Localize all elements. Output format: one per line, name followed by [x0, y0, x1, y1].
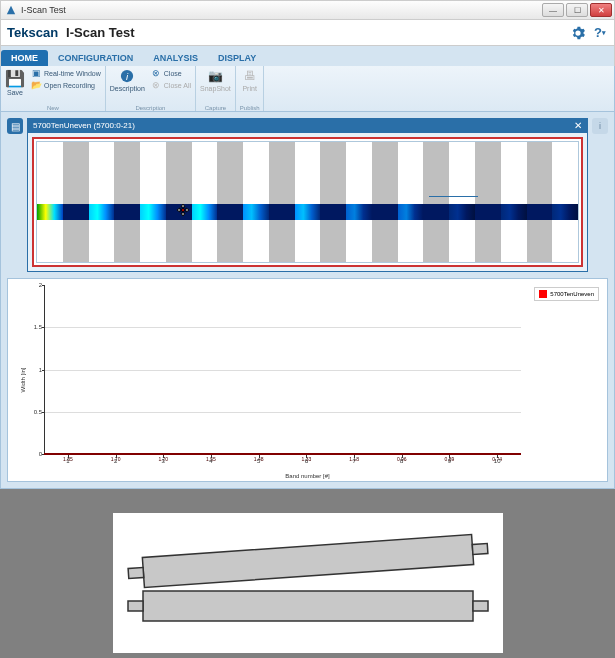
app-title: I-Scan Test — [66, 25, 564, 40]
chart-bar-slot: 1.703 — [139, 453, 187, 455]
pressure-band-segment — [89, 204, 115, 220]
pressure-band-segment — [475, 204, 501, 220]
window-maximize-button[interactable]: ☐ — [566, 3, 588, 17]
close-button[interactable]: ⊗ Close — [151, 68, 191, 78]
move-cursor-icon — [177, 202, 189, 214]
close-all-button[interactable]: ⊗ Close All — [151, 80, 191, 90]
svg-marker-5 — [177, 208, 180, 212]
settings-icon[interactable] — [570, 25, 586, 41]
chart-legend[interactable]: 5700TenUneven — [534, 287, 599, 301]
panel-close-icon[interactable]: ✕ — [574, 120, 582, 131]
chart-bar-slot: 1.554 — [187, 453, 235, 455]
ribbon-tabs: HOME CONFIGURATION ANALYSIS DISPLAY — [0, 46, 615, 66]
tab-display[interactable]: DISPLAY — [208, 50, 266, 66]
pressure-band-segment — [372, 204, 398, 220]
svg-rect-10 — [472, 543, 488, 554]
info-icon: i — [119, 68, 135, 84]
svg-marker-4 — [181, 213, 185, 216]
save-icon: 💾 — [5, 68, 25, 88]
chart-xtick: 10 — [494, 455, 501, 464]
chart-container: 5700TenUneven Width [in] 00.511.52 1.851… — [7, 278, 608, 482]
ribbon-group-publish: 🖶 Print Publish — [236, 66, 265, 111]
sidebar-toggle-left[interactable]: ▤ — [7, 118, 23, 134]
tab-home[interactable]: HOME — [1, 50, 48, 66]
pressure-map[interactable] — [32, 137, 583, 267]
pressure-column — [372, 142, 398, 262]
pressure-column — [89, 142, 115, 262]
legend-label: 5700TenUneven — [550, 291, 594, 297]
chart-bar-slot: 1.702 — [92, 453, 140, 455]
app-header: Tekscan I-Scan Test ?▾ — [0, 20, 615, 46]
chart-bar-slot: 1.851 — [44, 453, 92, 455]
pressure-column — [346, 142, 372, 262]
chart-bar-slot: 1.336 — [283, 453, 331, 455]
ribbon: 💾 Save ▣ Real-time Window 📂 Open Recordi… — [0, 66, 615, 112]
illustration-area — [0, 489, 615, 658]
snapshot-button[interactable]: 📷 SnapShot — [200, 68, 231, 92]
close-circle-icon: ⊗ — [151, 68, 161, 78]
close-all-icon: ⊗ — [151, 80, 161, 90]
realtime-window-button[interactable]: ▣ Real-time Window — [31, 68, 101, 78]
window-titlebar: I-Scan Test — ☐ ✕ — [0, 0, 615, 20]
chart-xtick: 1 — [66, 455, 69, 464]
pressure-column — [192, 142, 218, 262]
panel-title-text: 5700TenUneven (5700:0-21) — [33, 121, 574, 130]
pressure-column — [217, 142, 243, 262]
pressure-column — [63, 142, 89, 262]
sidebar-toggle-right[interactable]: i — [592, 118, 608, 134]
chart-xtick: 8 — [400, 455, 403, 464]
folder-open-icon: 📂 — [31, 80, 41, 90]
save-button[interactable]: 💾 Save — [5, 68, 25, 96]
help-icon[interactable]: ?▾ — [592, 25, 608, 41]
svg-marker-3 — [181, 204, 185, 207]
svg-rect-9 — [128, 568, 144, 579]
pressure-band-segment — [320, 204, 346, 220]
ribbon-group-new: 💾 Save ▣ Real-time Window 📂 Open Recordi… — [1, 66, 106, 111]
chart-bar-slot: 0.968 — [378, 453, 426, 455]
pressure-column — [243, 142, 269, 262]
chart-bar-slot: 1.485 — [235, 453, 283, 455]
pressure-band-segment — [269, 204, 295, 220]
pressure-band-segment — [37, 204, 63, 220]
bar-chart[interactable]: 00.511.52 1.8511.7021.7031.5541.4851.336… — [44, 285, 521, 455]
chart-xtick: 7 — [352, 455, 355, 464]
ribbon-group-capture: 📷 SnapShot Capture — [196, 66, 236, 111]
pressure-column — [398, 142, 424, 262]
window-title: I-Scan Test — [21, 5, 542, 15]
svg-rect-12 — [128, 601, 143, 611]
chart-xtick: 4 — [209, 455, 212, 464]
chart-xtick: 6 — [305, 455, 308, 464]
app-icon — [5, 4, 17, 16]
roller-illustration — [113, 513, 503, 653]
chart-xtick: 5 — [257, 455, 260, 464]
chart-bar-slot: 0.7410 — [473, 453, 521, 455]
pressure-band-segment — [449, 204, 475, 220]
camera-icon: 📷 — [207, 68, 223, 84]
chart-bar-slot: 0.899 — [426, 453, 474, 455]
pressure-band-segment — [552, 204, 578, 220]
panel-titlebar[interactable]: 5700TenUneven (5700:0-21) ✕ — [27, 118, 588, 133]
window-icon: ▣ — [31, 68, 41, 78]
pressure-column — [114, 142, 140, 262]
pressure-band-segment — [140, 204, 166, 220]
pressure-band-segment — [243, 204, 269, 220]
description-button[interactable]: i Description — [110, 68, 145, 92]
pressure-band-segment — [346, 204, 372, 220]
svg-rect-8 — [142, 535, 473, 588]
pressure-band-segment — [63, 204, 89, 220]
tab-analysis[interactable]: ANALYSIS — [143, 50, 208, 66]
pressure-band-segment — [192, 204, 218, 220]
pressure-column — [269, 142, 295, 262]
pressure-column — [552, 142, 578, 262]
print-button[interactable]: 🖶 Print — [242, 68, 258, 92]
open-recording-button[interactable]: 📂 Open Recording — [31, 80, 101, 90]
chart-bar-slot: 1.187 — [330, 453, 378, 455]
window-close-button[interactable]: ✕ — [590, 3, 612, 17]
pressure-column — [140, 142, 166, 262]
tab-configuration[interactable]: CONFIGURATION — [48, 50, 143, 66]
pressure-band-segment — [398, 204, 424, 220]
chart-xtick: 9 — [448, 455, 451, 464]
window-minimize-button[interactable]: — — [542, 3, 564, 17]
content-area: ▤ 5700TenUneven (5700:0-21) ✕ — [0, 112, 615, 489]
svg-rect-11 — [143, 591, 473, 621]
